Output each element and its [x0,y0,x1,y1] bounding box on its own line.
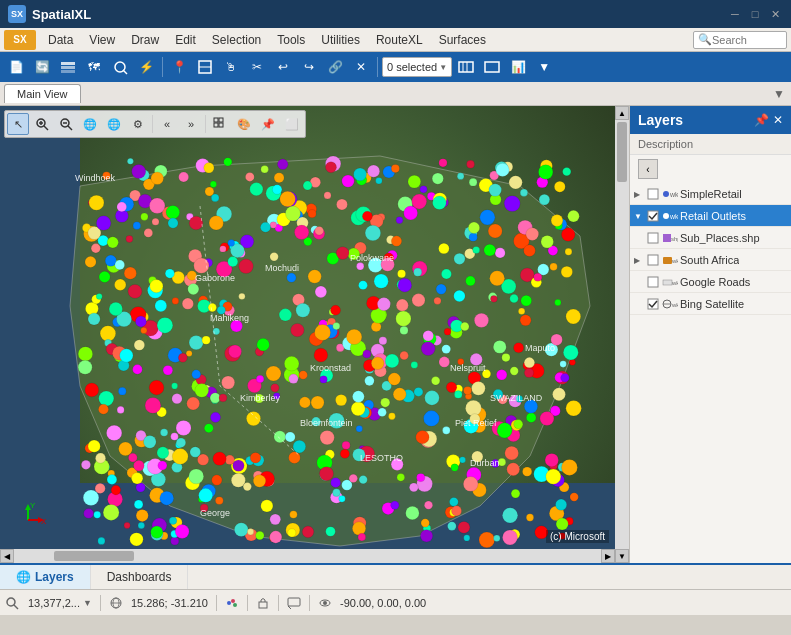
menu-selection[interactable]: Selection [204,31,269,49]
bottom-tab-dashboards[interactable]: Dashboards [91,565,189,589]
menu-routexl[interactable]: RouteXL [368,31,431,49]
selected-label: 0 selected [387,61,437,73]
layers-button[interactable] [56,55,80,79]
layer-item-bing-satellite[interactable]: wkt Bing Satellite [630,293,791,315]
scroll-thumb-v[interactable] [617,122,627,182]
check-retail-outlets[interactable] [646,209,660,223]
map-area[interactable]: ↖ 🌐 🌐 ⚙ « » 🎨 📌 ⬜ (c) Microsoft [0,106,629,563]
tool6[interactable]: ⚡ [134,55,158,79]
tool13[interactable]: 🔗 [323,55,347,79]
tool7[interactable]: 📍 [167,55,191,79]
pan-right-tool[interactable]: » [180,113,202,135]
style-tool[interactable]: 🎨 [233,113,255,135]
svg-text:wkt: wkt [669,213,678,220]
status-lock-icon [256,596,270,610]
tool9[interactable]: 🖱 [219,55,243,79]
main-view-tab[interactable]: Main View [4,84,81,103]
svg-text:Y: Y [30,501,36,510]
new-button[interactable]: 📄 [4,55,28,79]
layers-panel-title: Layers [638,112,683,128]
svg-point-47 [7,598,15,606]
status-count[interactable]: 13,377,2... ▼ [28,597,92,609]
svg-rect-28 [648,189,658,199]
layers-pin-button[interactable]: 📌 [754,113,769,127]
scroll-thumb-h[interactable] [54,551,134,561]
tool18[interactable]: ▼ [532,55,556,79]
map-button[interactable]: 🗺 [82,55,106,79]
open-button[interactable]: 🔄 [30,55,54,79]
menu-utilities[interactable]: Utilities [313,31,368,49]
title-bar-left: SX SpatialXL [8,5,91,23]
scroll-left-arrow[interactable]: ◀ [0,549,14,563]
svg-text:wkt: wkt [671,302,678,308]
tool15[interactable] [454,55,478,79]
settings-tool[interactable]: ⚙ [127,113,149,135]
tool17[interactable]: 📊 [506,55,530,79]
selected-dropdown[interactable]: 0 selected ▼ [382,57,452,77]
tool11[interactable]: ↩ [271,55,295,79]
frame-tool[interactable]: ⬜ [281,113,303,135]
icon-simple-retail: wkt [660,187,680,201]
scroll-right-arrow[interactable]: ▶ [601,549,615,563]
search-box[interactable]: 🔍 [693,31,787,49]
tool16[interactable] [480,55,504,79]
close-button[interactable]: ✕ [767,6,783,22]
count-dropdown[interactable]: ▼ [83,598,92,608]
map-axes: Y X [8,500,48,543]
check-google-roads[interactable] [646,275,660,289]
zoom-out-tool[interactable] [55,113,77,135]
layer-item-google-roads[interactable]: wkt Google Roads [630,271,791,293]
scroll-down-arrow[interactable]: ▼ [615,549,629,563]
tool14[interactable]: ✕ [349,55,373,79]
pan-left-tool[interactable]: « [156,113,178,135]
status-dots-icon [225,596,239,610]
scroll-track-h[interactable] [14,551,601,561]
map-horizontal-scrollbar[interactable]: ◀ ▶ [0,549,615,563]
tab-dropdown[interactable]: ▼ [771,86,787,102]
full-extent-tool[interactable]: 🌐 [79,113,101,135]
layer-extent-tool[interactable]: 🌐 [103,113,125,135]
map-vertical-scrollbar[interactable]: ▲ ▼ [615,106,629,563]
map-canvas [0,106,629,563]
minimize-button[interactable]: ─ [727,6,743,22]
svg-rect-55 [259,602,267,608]
layers-close-button[interactable]: ✕ [773,113,783,127]
status-sep-1 [100,595,101,611]
svg-text:wkt: wkt [669,191,678,198]
check-bing-satellite[interactable] [646,297,660,311]
expand-simple-retail[interactable] [634,189,646,199]
menu-draw[interactable]: Draw [123,31,167,49]
bottom-tab-layers[interactable]: 🌐 Layers [0,565,91,589]
menu-view[interactable]: View [81,31,123,49]
check-simple-retail[interactable] [646,187,660,201]
title-controls: ─ □ ✕ [727,6,783,22]
main-toolbar: 📄 🔄 🗺 ⚡ 📍 🖱 ✂ ↩ ↪ 🔗 ✕ 0 selected ▼ 📊 ▼ [0,52,791,82]
pin-tool[interactable]: 📌 [257,113,279,135]
menu-data[interactable]: Data [40,31,81,49]
tool8[interactable] [193,55,217,79]
layer-item-simple-retail[interactable]: wkt SimpleRetail [630,183,791,205]
layers-back-button[interactable]: ‹ [638,159,658,179]
scroll-track-v[interactable] [617,120,627,549]
select-tool[interactable]: ↖ [7,113,29,135]
menu-surfaces[interactable]: Surfaces [431,31,494,49]
expand-south-africa[interactable] [634,255,646,265]
layer-item-retail-outlets[interactable]: wkt Retail Outlets [630,205,791,227]
expand-retail-outlets[interactable] [634,211,646,221]
layer-item-south-africa[interactable]: wkt South Africa [630,249,791,271]
search-input[interactable] [712,34,782,46]
zoom-in-tool[interactable] [31,113,53,135]
scroll-up-arrow[interactable]: ▲ [615,106,629,120]
layer-item-sub-places[interactable]: shp Sub_Places.shp [630,227,791,249]
check-south-africa[interactable] [646,253,660,267]
svg-text:wkt: wkt [671,280,678,286]
menu-edit[interactable]: Edit [167,31,204,49]
tool12[interactable]: ↪ [297,55,321,79]
tool10[interactable]: ✂ [245,55,269,79]
bottom-tabs: 🌐 Layers Dashboards [0,563,791,589]
check-sub-places[interactable] [646,231,660,245]
menu-tools[interactable]: Tools [269,31,313,49]
grid-tool[interactable] [209,113,231,135]
tool5[interactable] [108,55,132,79]
maximize-button[interactable]: □ [747,6,763,22]
